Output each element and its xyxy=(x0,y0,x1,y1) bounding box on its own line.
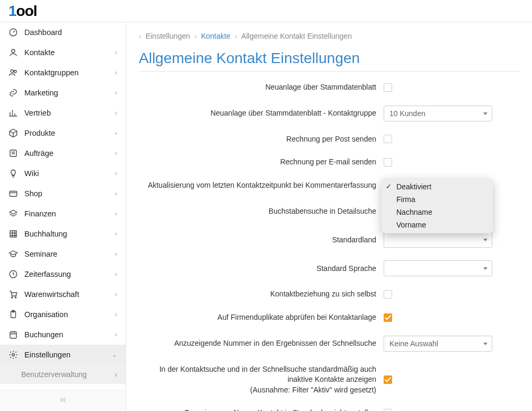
svg-point-2 xyxy=(11,69,13,72)
sidebar-item-shop[interactable]: Shop› xyxy=(0,183,126,204)
sidebar-item-seminare[interactable]: Seminare› xyxy=(0,244,126,264)
breadcrumb-part-0[interactable]: Einstellungen xyxy=(146,32,190,40)
sidebar-item-label: Kontaktgruppen xyxy=(24,68,109,77)
page-title: Allgemeine Kontakt Einstellungen xyxy=(139,50,519,72)
user-icon xyxy=(8,48,18,57)
gauge-icon xyxy=(8,28,18,37)
form-row: Rechnung per Post senden xyxy=(139,134,519,145)
form-label: Organigramm: Neuen Kontakt in Standardan… xyxy=(139,408,384,411)
top-bar: 1ool xyxy=(0,0,532,22)
sidebar-item-label: Seminare xyxy=(24,250,109,258)
dropdown-option[interactable]: Deaktiviert xyxy=(382,180,493,193)
cube-icon xyxy=(8,128,18,138)
chevron-right-icon: › xyxy=(139,32,141,40)
checkbox[interactable] xyxy=(384,409,392,411)
bars-icon xyxy=(8,108,18,118)
card-icon xyxy=(8,189,18,198)
sidebar-item-marketing[interactable]: Marketing› xyxy=(0,83,126,103)
chevron-right-icon: › xyxy=(115,109,117,117)
checkbox[interactable] xyxy=(384,313,392,322)
dropdown-option[interactable]: Firma xyxy=(382,193,493,206)
sidebar-item-label: Buchhaltung xyxy=(24,230,109,238)
chevron-right-icon: › xyxy=(115,150,117,157)
sidebar-item-label: Finanzen xyxy=(24,209,109,218)
logo-accent: 1 xyxy=(8,3,16,19)
layers-icon xyxy=(8,209,18,218)
dropdown-option[interactable]: Vorname xyxy=(382,218,493,231)
select[interactable] xyxy=(384,232,492,248)
select[interactable]: 10 Kunden xyxy=(384,106,492,121)
chevron-right-icon: › xyxy=(115,89,117,97)
sidebar-collapse[interactable] xyxy=(0,390,126,411)
svg-point-9 xyxy=(15,297,16,298)
sidebar-item-buchhaltung[interactable]: Buchhaltung› xyxy=(0,224,126,244)
orders-icon xyxy=(8,148,18,158)
form-label: Standard Sprache xyxy=(139,264,384,274)
form-label: Rechnung per Post senden xyxy=(139,134,384,145)
sidebar-item-label: Dashboard xyxy=(24,28,117,37)
chevron-right-icon: › xyxy=(115,331,117,338)
cap-icon xyxy=(8,249,18,259)
svg-point-13 xyxy=(12,354,15,356)
chevron-right-icon: › xyxy=(115,129,117,137)
svg-point-8 xyxy=(12,297,13,298)
form-control xyxy=(384,409,495,411)
sidebar-list: DashboardKontakte›Kontaktgruppen›Marketi… xyxy=(0,22,126,390)
sidebar-item-buchungen[interactable]: Buchungen› xyxy=(0,325,126,345)
users-icon xyxy=(8,68,18,77)
logo: 1ool xyxy=(8,3,37,20)
chevron-right-icon: › xyxy=(115,170,117,177)
sidebar-item-label: Produkte xyxy=(24,129,109,137)
form-control: Keine Auswahl xyxy=(384,336,495,352)
sidebar-item-warenwirtschaft[interactable]: Warenwirtschaft› xyxy=(0,284,126,304)
checkbox[interactable] xyxy=(384,83,392,92)
sidebar-item-dashboard[interactable]: Dashboard xyxy=(0,22,126,42)
breadcrumb-part-1[interactable]: Kontakte xyxy=(201,32,230,40)
sidebar-item-kontakte[interactable]: Kontakte› xyxy=(0,42,126,63)
checkbox[interactable] xyxy=(384,375,392,384)
chevron-right-icon: › xyxy=(115,210,117,217)
checkbox[interactable] xyxy=(384,290,392,299)
sidebar-item-auftraege[interactable]: Aufträge› xyxy=(0,143,126,163)
form-row: In der Kontaktsuche und in der Schnellsu… xyxy=(139,364,519,396)
form-label: Neuanlage über Stammdatenblatt xyxy=(139,82,384,93)
checkbox[interactable] xyxy=(384,158,392,167)
form-label: Standardland xyxy=(139,235,384,246)
sidebar-item-label: Einstellungen xyxy=(24,351,105,359)
sidebar-item-label: Zeiterfassung xyxy=(24,270,109,278)
breadcrumb: › Einstellungen › Kontakte › Allgemeine … xyxy=(126,22,532,50)
form-label: Neuanlage über Stammdatenblatt - Kontakt… xyxy=(139,108,384,119)
sidebar-item-label: Vertrieb xyxy=(24,109,109,117)
sidebar-sub-benutzerverwaltung[interactable]: Benutzerverwaltung› xyxy=(0,365,126,384)
dropdown-option[interactable]: Nachname xyxy=(382,206,493,218)
sidebar: DashboardKontakte›Kontaktgruppen›Marketi… xyxy=(0,22,126,411)
form-row: Rechnung per E-mail senden xyxy=(139,157,519,168)
sidebar-item-einstellungen[interactable]: Einstellungen⌄ xyxy=(0,345,126,365)
calendar-icon xyxy=(8,330,18,339)
sidebar-item-finanzen[interactable]: Finanzen› xyxy=(0,204,126,224)
buchstabensuche-dropdown[interactable]: DeaktiviertFirmaNachnameVorname xyxy=(382,178,493,233)
chevron-right-icon: › xyxy=(115,190,117,197)
form-row: Organigramm: Neuen Kontakt in Standardan… xyxy=(139,408,519,411)
sidebar-item-produkte[interactable]: Produkte› xyxy=(0,123,126,143)
form-control xyxy=(384,83,495,92)
select[interactable]: Keine Auswahl xyxy=(384,336,492,352)
sidebar-item-wiki[interactable]: Wiki› xyxy=(0,163,126,183)
form-row: Neuanlage über Stammdatenblatt xyxy=(139,82,519,93)
form-label: Auf Firmenduplikate abprüfen bei Kontakt… xyxy=(139,312,384,323)
form-label: Anzuzeigende Nummer in den Ergebnissen d… xyxy=(139,338,384,349)
form-row: Neuanlage über Stammdatenblatt - Kontakt… xyxy=(139,106,519,121)
sidebar-item-organisation[interactable]: Organisation› xyxy=(0,304,126,325)
sidebar-item-kontaktgruppen[interactable]: Kontaktgruppen› xyxy=(0,63,126,83)
svg-rect-5 xyxy=(10,191,17,197)
sidebar-sub-label: Benutzerverwaltung xyxy=(21,370,87,379)
chevron-right-icon: › xyxy=(115,230,117,238)
settings-form: Neuanlage über StammdatenblattNeuanlage … xyxy=(139,82,519,411)
select[interactable] xyxy=(384,260,492,276)
sidebar-item-zeiterfassung[interactable]: Zeiterfassung› xyxy=(0,264,126,284)
checkbox[interactable] xyxy=(384,135,392,143)
grid-icon xyxy=(8,229,18,239)
chevron-down-icon: ⌄ xyxy=(112,351,117,358)
sidebar-item-vertrieb[interactable]: Vertrieb› xyxy=(0,103,126,123)
breadcrumb-part-2: Allgemeine Kontakt Einstellungen xyxy=(241,32,352,40)
